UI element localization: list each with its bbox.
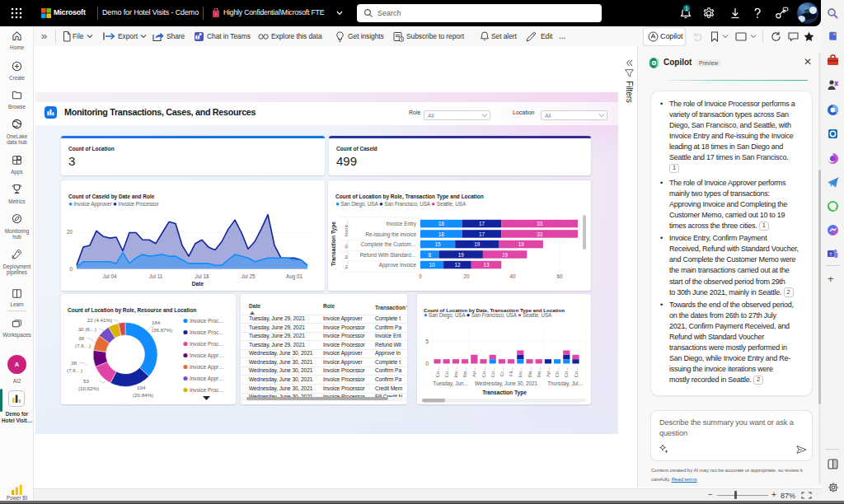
svg-text:Re…: Re… bbox=[462, 366, 467, 376]
svg-text:Fil…: Fil… bbox=[509, 366, 513, 376]
svg-text:(7.6…): (7.6…) bbox=[75, 343, 91, 348]
svg-text:(7.6…): (7.6…) bbox=[67, 367, 82, 373]
svg-text:Complete the Custom…: Complete the Custom… bbox=[361, 241, 416, 248]
svg-text:Jul 25: Jul 25 bbox=[241, 273, 256, 279]
svg-text:40: 40 bbox=[509, 273, 516, 279]
svg-text:Invoice Appr…: Invoice Appr… bbox=[190, 352, 224, 359]
svg-text:38: 38 bbox=[78, 335, 84, 341]
svg-text:Invoice Proc…: Invoice Proc… bbox=[190, 341, 224, 347]
svg-text:20: 20 bbox=[463, 273, 470, 279]
svg-text:18: 18 bbox=[438, 221, 445, 226]
svg-text:Co…: Co… bbox=[481, 366, 486, 376]
svg-text:13: 13 bbox=[484, 262, 490, 268]
svg-text:22 (4.41%): 22 (4.41%) bbox=[87, 317, 112, 323]
svg-text:Transaction Type: Transaction Type bbox=[482, 390, 527, 396]
svg-text:18: 18 bbox=[438, 231, 445, 236]
svg-text:Re…: Re… bbox=[537, 366, 542, 376]
svg-text:Invoice Proc…: Invoice Proc… bbox=[190, 329, 224, 335]
svg-text:Invoice Entry: Invoice Entry bbox=[387, 221, 417, 227]
svg-text:In…: In… bbox=[344, 250, 349, 259]
svg-text:0: 0 bbox=[419, 273, 422, 279]
svg-text:10: 10 bbox=[429, 262, 435, 268]
svg-text:12: 12 bbox=[454, 262, 461, 268]
svg-text:19: 19 bbox=[518, 241, 525, 247]
svg-text:8: 8 bbox=[428, 251, 431, 257]
svg-text:Cr…: Cr… bbox=[499, 366, 504, 376]
svg-text:(10.62%): (10.62%) bbox=[78, 385, 99, 391]
svg-text:20: 20 bbox=[67, 229, 73, 235]
svg-text:Jul 04: Jul 04 bbox=[103, 273, 117, 279]
svg-text:Jul 18: Jul 18 bbox=[195, 273, 209, 279]
svg-text:17: 17 bbox=[479, 231, 485, 236]
svg-text:(20.84%): (20.84%) bbox=[133, 392, 153, 398]
svg-text:60: 60 bbox=[556, 273, 563, 279]
svg-text:5: 5 bbox=[425, 338, 429, 344]
svg-text:184: 184 bbox=[152, 320, 161, 325]
svg-text:33: 33 bbox=[537, 231, 543, 236]
svg-text:Invoic…: Invoic… bbox=[344, 219, 349, 236]
svg-text:Invoice Appr…: Invoice Appr… bbox=[190, 364, 224, 371]
svg-text:0: 0 bbox=[69, 266, 73, 272]
svg-text:19: 19 bbox=[474, 241, 481, 247]
svg-text:Ap…: Ap… bbox=[546, 366, 551, 376]
svg-text:38: 38 bbox=[71, 360, 77, 366]
svg-text:Co…: Co… bbox=[444, 366, 449, 376]
svg-text:Co…: Co… bbox=[574, 366, 579, 376]
svg-text:Date: Date bbox=[192, 281, 204, 287]
svg-text:Inv…: Inv… bbox=[453, 366, 458, 377]
svg-text:15: 15 bbox=[435, 241, 442, 247]
svg-text:Aug 01: Aug 01 bbox=[286, 273, 302, 280]
svg-text:53: 53 bbox=[83, 378, 89, 384]
svg-text:Tuesday, Jun…: Tuesday, Jun… bbox=[433, 380, 468, 387]
svg-text:Re-issuing the invoice: Re-issuing the invoice bbox=[365, 231, 416, 237]
svg-text:104: 104 bbox=[137, 385, 146, 390]
svg-text:Ap…: Ap… bbox=[471, 366, 476, 376]
svg-text:Transaction Type: Transaction Type bbox=[331, 221, 337, 265]
svg-text:Co…: Co… bbox=[435, 366, 440, 376]
svg-text:Co…: Co… bbox=[490, 366, 495, 376]
svg-text:In…: In… bbox=[344, 259, 349, 268]
svg-text:T: T bbox=[196, 35, 199, 40]
svg-text:Co…: Co… bbox=[564, 366, 569, 376]
svg-text:19: 19 bbox=[502, 251, 509, 257]
svg-text:30 (6…): 30 (6…) bbox=[78, 326, 96, 332]
svg-text:Invoice Appr…: Invoice Appr… bbox=[190, 376, 224, 382]
svg-text:In…: In… bbox=[344, 239, 349, 248]
svg-text:Refund With Standard…: Refund With Standard… bbox=[360, 251, 416, 257]
svg-text:19: 19 bbox=[458, 251, 465, 257]
svg-text:Invoice Proc…: Invoice Proc… bbox=[190, 387, 224, 393]
svg-text:Re…: Re… bbox=[528, 366, 532, 376]
svg-text:Ch…: Ch… bbox=[555, 366, 560, 376]
svg-text:Wednesday, June 30, 2021: Wednesday, June 30, 2021 bbox=[475, 380, 538, 387]
svg-text:0: 0 bbox=[425, 361, 429, 366]
svg-text:Invoice Proc…: Invoice Proc… bbox=[190, 318, 224, 324]
svg-text:Approve Invoice: Approve Invoice bbox=[379, 262, 417, 268]
svg-text:Thursday, Jul…: Thursday, Jul… bbox=[547, 380, 584, 387]
svg-text:(36.87%): (36.87%) bbox=[152, 327, 172, 333]
svg-text:17: 17 bbox=[479, 221, 485, 226]
svg-text:33: 33 bbox=[537, 221, 543, 226]
svg-text:Jul 11: Jul 11 bbox=[149, 273, 163, 279]
svg-text:Inv…: Inv… bbox=[518, 366, 523, 377]
